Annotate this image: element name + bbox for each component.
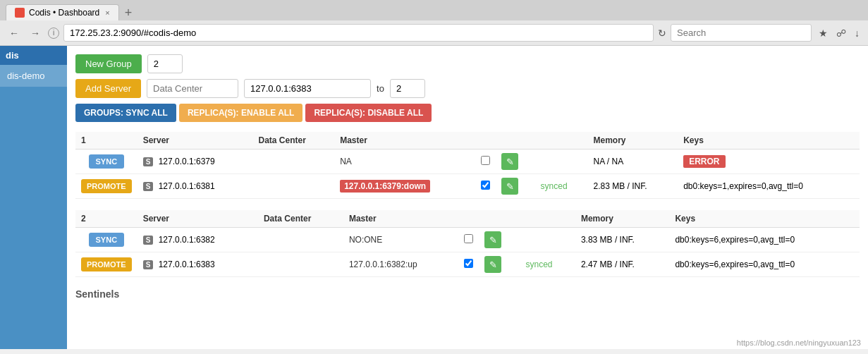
page-layout: dis dis-demo New Group Add Server to GRO…: [0, 46, 868, 349]
group-1-row2-server: S 127.0.0.1:6381: [137, 174, 253, 199]
sentinels-label: Sentinels: [75, 288, 860, 300]
back-button[interactable]: ←: [6, 26, 23, 40]
table-row: PROMOTE S 127.0.0.1:6381 127.0.0.1:6379:…: [75, 174, 860, 199]
group-1-row2-checkbox[interactable]: [481, 181, 490, 190]
group-1-col4-header: [475, 132, 496, 149]
group-1-row2-memory: 2.83 MB / INF.: [588, 174, 678, 199]
to-label: to: [377, 83, 384, 94]
group-2-row2-master: 127.0.0.1:6382:up: [343, 252, 459, 277]
server-address-row1: 127.0.0.1:6379: [159, 157, 215, 166]
server-address-g2r2: 127.0.0.1:6383: [159, 260, 215, 269]
group-2-row1-edit-button[interactable]: ✎: [484, 231, 501, 248]
server-address-row2: 127.0.0.1:6381: [159, 181, 215, 191]
main-content: New Group Add Server to GROUPS: SYNC ALL…: [67, 46, 868, 349]
downloads-icon[interactable]: ↓: [852, 26, 862, 40]
group-2-row2-checkbox-cell: [458, 252, 479, 277]
group-1-row2-datacenter: [252, 174, 334, 199]
group-2-row1-checkbox-cell: [458, 228, 479, 252]
group-2-row1-synced: [520, 228, 575, 252]
group-2-row1-action-cell: SYNC: [75, 228, 137, 252]
address-bar: ← → i ↻ ★ ☍ ↓: [0, 20, 868, 45]
group-1-row1-edit-button[interactable]: ✎: [501, 153, 518, 170]
group-1-row1-edit-cell: ✎: [496, 149, 535, 174]
group-1-row1-checkbox[interactable]: [481, 156, 490, 165]
tab-title: Codis • Dashboard: [29, 8, 99, 18]
group-1-server-header: Server: [137, 132, 253, 149]
tab-close-button[interactable]: ×: [105, 8, 109, 17]
active-tab[interactable]: Codis • Dashboard ×: [6, 4, 119, 20]
group-2-row1-master: NO:ONE: [343, 228, 459, 252]
url-field[interactable]: [63, 24, 654, 42]
group-2-row2-edit-button[interactable]: ✎: [484, 256, 501, 273]
group-2-row2-server: S 127.0.0.1:6383: [137, 252, 258, 277]
group-1-row2-edit-cell: ✎: [496, 174, 535, 199]
reload-button[interactable]: ↻: [658, 28, 666, 39]
group-2-row2-checkbox[interactable]: [464, 259, 473, 268]
synced-text-g2r2: synced: [526, 260, 553, 269]
group-1-row1-action-cell: SYNC: [75, 149, 137, 174]
action-row: GROUPS: SYNC ALL REPLICA(S): ENABLE ALL …: [75, 104, 860, 122]
group-2-row1-memory: 3.83 MB / INF.: [575, 228, 670, 252]
new-group-input[interactable]: [147, 54, 183, 73]
group-1-row1-master: NA: [334, 149, 475, 174]
group-1-col6-header: [535, 132, 588, 149]
server-badge-g2r1: S: [143, 236, 154, 245]
sync-row1-button[interactable]: SYNC: [89, 154, 125, 169]
group-1-row1-keys: ERROR: [678, 149, 860, 174]
group-2-row2-datacenter: [258, 252, 343, 277]
server-address-g2r1: 127.0.0.1:6382: [159, 235, 215, 245]
master-value-g2r1: NO:ONE: [349, 235, 382, 245]
group-1-row2-edit-button[interactable]: ✎: [501, 178, 518, 195]
group-2-keys-header: Keys: [669, 210, 860, 228]
reading-list-icon[interactable]: ☍: [833, 26, 849, 40]
group-1-table: 1 Server Data Center Master Memory Keys …: [75, 132, 860, 199]
master-value-g2r2: 127.0.0.1:6382:up: [349, 260, 417, 269]
info-icon: i: [48, 28, 59, 39]
data-center-input[interactable]: [147, 79, 238, 98]
group-1-col5-header: [496, 132, 535, 149]
group-1-row1-checkbox-cell: [475, 149, 496, 174]
groups-sync-all-button[interactable]: GROUPS: SYNC ALL: [75, 104, 176, 122]
table-row: SYNC S 127.0.0.1:6379 NA ✎: [75, 149, 860, 174]
group-1-memory-header: Memory: [588, 132, 678, 149]
group-2-table: 2 Server Data Center Master Memory Keys …: [75, 210, 860, 277]
group-1-row1-server: S 127.0.0.1:6379: [137, 149, 253, 174]
to-value-input[interactable]: [390, 79, 425, 98]
group-2-row2-keys: db0:keys=6,expires=0,avg_ttl=0: [669, 252, 860, 277]
sync-group2-row1-button[interactable]: SYNC: [89, 233, 125, 247]
replicas-enable-all-button[interactable]: REPLICA(S): ENABLE ALL: [179, 104, 303, 122]
group-1-row1-synced: [535, 149, 588, 174]
group-2-row2-memory: 2.47 MB / INF.: [575, 252, 670, 277]
group-2-row1-keys: db0:keys=6,expires=0,avg_ttl=0: [669, 228, 860, 252]
search-input[interactable]: [671, 24, 812, 42]
replicas-disable-all-button[interactable]: REPLICA(S): DISABLE ALL: [305, 104, 432, 122]
group-2-row1-server: S 127.0.0.1:6382: [137, 228, 258, 252]
group-2-server-header: Server: [137, 210, 258, 228]
group-2-col5-header: [479, 210, 520, 228]
footer-link: https://blog.csdn.net/ningyuxuan123: [737, 338, 861, 347]
tab-favicon: [15, 8, 25, 18]
master-value-row1: NA: [340, 157, 352, 166]
group-2-row1-edit-cell: ✎: [479, 228, 520, 252]
group-1-row2-checkbox-cell: [475, 174, 496, 199]
add-server-button[interactable]: Add Server: [75, 79, 141, 98]
server-address-input[interactable]: [244, 79, 371, 98]
promote-group2-row2-button[interactable]: PROMOTE: [81, 257, 132, 271]
group-2-id-header: 2: [75, 210, 137, 228]
bookmark-star-icon[interactable]: ★: [816, 26, 831, 40]
synced-text-row2: synced: [541, 181, 568, 191]
new-tab-button[interactable]: +: [119, 6, 138, 19]
tab-bar: Codis • Dashboard × +: [0, 0, 868, 20]
promote-row1-button[interactable]: PROMOTE: [81, 179, 132, 193]
keys-error-badge-row1: ERROR: [683, 155, 725, 168]
group-2-master-header: Master: [343, 210, 459, 228]
sidebar-item-codis-demo[interactable]: dis-demo: [0, 65, 67, 87]
group-2-row2-synced: synced: [520, 252, 575, 277]
group-2-row1-datacenter: [258, 228, 343, 252]
forward-button[interactable]: →: [27, 26, 44, 40]
controls-row: New Group: [75, 54, 860, 73]
sidebar: dis dis-demo: [0, 46, 67, 349]
group-1-datacenter-header: Data Center: [252, 132, 334, 149]
group-2-row1-checkbox[interactable]: [464, 234, 473, 243]
new-group-button[interactable]: New Group: [75, 54, 142, 73]
